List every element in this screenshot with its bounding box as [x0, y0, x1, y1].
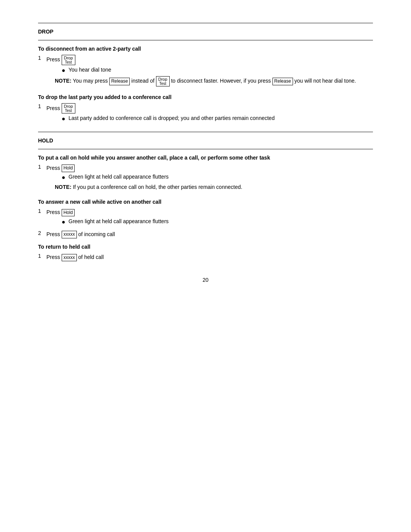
return-held-subsection: To return to held call 1 Press xxxxx of …: [38, 244, 373, 261]
bullet-text: Last party added to conference call is d…: [68, 115, 275, 121]
drop-test-key-2: Drop Test: [62, 103, 75, 113]
note-text: You may press: [73, 78, 109, 84]
step-press-line: Press Drop Test: [46, 105, 75, 111]
step-press-line: Press xxxxx of incoming call: [46, 231, 115, 237]
bullet-text: You hear dial tone: [68, 67, 111, 73]
hold-put-steps: 1 Press Hold ● Green light at held call …: [38, 164, 373, 194]
return-held-steps: 1 Press xxxxx of held call: [38, 253, 373, 261]
step-content: Press Drop Test ● Last part: [46, 103, 373, 125]
xxxxx-key-held: xxxxx: [62, 254, 77, 262]
step-number: 1: [38, 164, 46, 170]
step-press-line: Press Hold: [46, 165, 75, 171]
note-text: If you put a conference call on hold, th…: [73, 184, 242, 190]
drop-last-party-header: To drop the last party you added to a co…: [38, 94, 373, 100]
bullet-dot: ●: [62, 218, 68, 225]
step-press-line: Press xxxxx of held call: [46, 254, 104, 260]
bullet-dot: ●: [62, 67, 68, 74]
step-press-line: Press Drop Test: [46, 56, 75, 62]
step-press-line: Press Hold: [46, 209, 75, 215]
disconnect-subsection: To disconnect from an active 2-party cal…: [38, 46, 373, 89]
drop-key-top-2: Drop: [64, 104, 73, 109]
release-key-2: Release: [272, 78, 293, 85]
drop-key-bottom-note: Test: [159, 81, 166, 86]
drop-test-key-note: Drop Test: [156, 76, 170, 86]
drop-section: DROP To disconnect from an active 2-part…: [38, 29, 373, 125]
step-item: 1 Press xxxxx of held call: [38, 253, 373, 261]
note-text-2: instead of: [131, 78, 156, 84]
hold-key-2: Hold: [62, 209, 75, 217]
drop-test-key: Drop Test: [62, 55, 75, 65]
step-number: 1: [38, 208, 46, 214]
xxxxx-key-incoming: xxxxx: [62, 231, 77, 238]
step-number: 1: [38, 253, 46, 259]
note-text-3: to disconnect faster. However, if you pr…: [171, 78, 272, 84]
step-content: Press Hold ● Green light at held call ap…: [46, 164, 373, 194]
step-item: 1 Press Hold ● Green light at held call …: [38, 164, 373, 194]
step-number: 2: [38, 230, 46, 236]
page: DROP To disconnect from an active 2-part…: [0, 0, 411, 532]
drop-key-top-note: Drop: [158, 77, 167, 81]
hold-put-bullets: ● Green light at held call appearance fl…: [55, 174, 373, 181]
hold-put-note: NOTE: If you put a conference call on ho…: [55, 183, 373, 191]
drop-key-inner-note: Drop Test: [158, 77, 167, 86]
hold-put-header: To put a call on hold while you answer a…: [38, 155, 373, 161]
hold-section-rule: [38, 149, 373, 149]
bullet-item: ● Green light at held call appearance fl…: [62, 174, 373, 181]
drop-last-party-steps: 1 Press Drop Test: [38, 103, 373, 125]
answer-new-header: To answer a new call while active on ano…: [38, 199, 373, 205]
step-content: Press Hold ● Green light at held call ap…: [46, 208, 373, 228]
return-held-header: To return to held call: [38, 244, 373, 250]
note-label: NOTE:: [55, 184, 72, 190]
step-content: Press xxxxx of held call: [46, 253, 373, 261]
release-key-1: Release: [109, 78, 130, 85]
drop-last-bullets: ● Last party added to conference call is…: [55, 115, 373, 122]
drop-last-party-subsection: To drop the last party you added to a co…: [38, 94, 373, 125]
drop-key-inner: Drop Test: [64, 56, 73, 64]
step-content: Press xxxxx of incoming call: [46, 230, 373, 238]
answer-new-steps: 1 Press Hold ● Green light at held call …: [38, 208, 373, 238]
disconnect-bullets: ● You hear dial tone: [55, 67, 373, 74]
hold-key-1: Hold: [62, 165, 75, 172]
bullet-text: Green light at held call appearance flut…: [68, 218, 169, 224]
top-rule: [38, 23, 373, 23]
hold-top-rule: [38, 132, 373, 132]
step-item: 1 Press Hold ● Green light at held call …: [38, 208, 373, 228]
bullet-item: ● You hear dial tone: [62, 67, 373, 74]
hold-put-subsection: To put a call on hold while you answer a…: [38, 155, 373, 194]
drop-key-bottom: Test: [65, 60, 72, 64]
hold-section-header: HOLD: [38, 137, 373, 144]
drop-key-bottom-2: Test: [65, 109, 72, 113]
note-text-4: you will not hear dial tone.: [295, 78, 356, 84]
disconnect-header: To disconnect from an active 2-party cal…: [38, 46, 373, 52]
bullet-item: ● Last party added to conference call is…: [62, 115, 373, 122]
step-number: 1: [38, 55, 46, 61]
answer-new-bullets: ● Green light at held call appearance fl…: [55, 218, 373, 225]
drop-section-header: DROP: [38, 29, 373, 35]
drop-section-rule: [38, 40, 373, 40]
drop-key-inner-2: Drop Test: [64, 104, 73, 113]
hold-section: HOLD To put a call on hold while you ans…: [38, 137, 373, 262]
step-content: Press Drop Test ● You hear: [46, 55, 373, 89]
step-number: 1: [38, 103, 46, 109]
bullet-text: Green light at held call appearance flut…: [68, 174, 169, 180]
note-label: NOTE:: [55, 78, 72, 84]
step-item: 2 Press xxxxx of incoming call: [38, 230, 373, 238]
disconnect-steps: 1 Press Drop Test: [38, 55, 373, 89]
step-item: 1 Press Drop Test: [38, 55, 373, 89]
page-number: 20: [38, 277, 373, 283]
step-item: 1 Press Drop Test: [38, 103, 373, 125]
drop-key-top: Drop: [64, 56, 73, 60]
bullet-dot: ●: [62, 174, 68, 181]
bullet-item: ● Green light at held call appearance fl…: [62, 218, 373, 225]
bullet-dot: ●: [62, 115, 68, 122]
disconnect-note: NOTE: You may press Release instead of D…: [55, 76, 373, 86]
answer-new-subsection: To answer a new call while active on ano…: [38, 199, 373, 238]
